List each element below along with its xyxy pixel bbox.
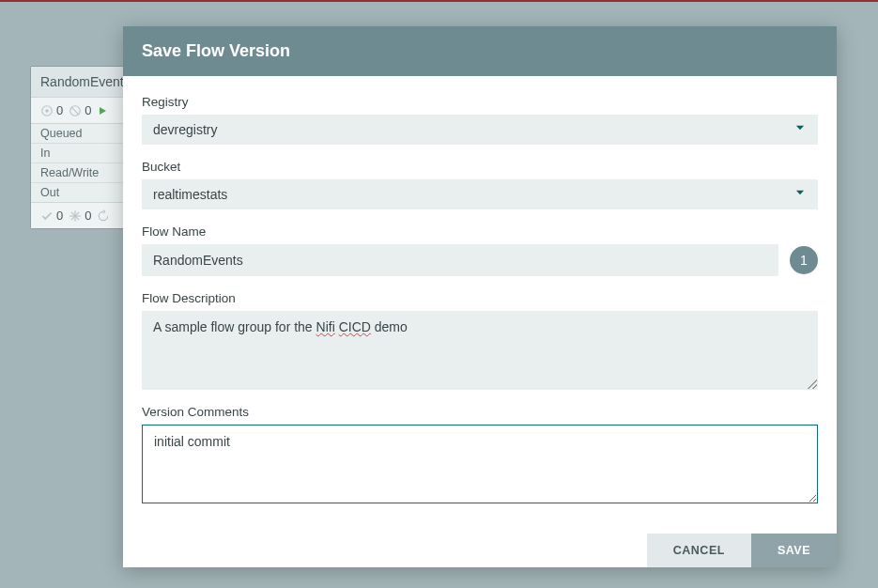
desc-spellerror-2: CICD xyxy=(339,319,371,334)
version-badge: 1 xyxy=(790,246,818,274)
flow-name-input[interactable] xyxy=(142,244,778,276)
desc-text-prefix: A sample flow group for the xyxy=(153,319,316,334)
registry-label: Registry xyxy=(142,95,818,109)
stat-label: Queued xyxy=(40,127,82,140)
flow-description-field: Flow Description A sample flow group for… xyxy=(142,291,818,390)
version-comments-input[interactable] xyxy=(142,425,818,503)
flow-description-label: Flow Description xyxy=(142,291,818,305)
bucket-value: realtimestats xyxy=(153,187,793,202)
bucket-field: Bucket realtimestats xyxy=(142,160,818,209)
bucket-select[interactable]: realtimestats xyxy=(142,179,818,209)
save-flow-version-dialog: Save Flow Version Registry devregistry B… xyxy=(123,26,837,567)
refresh-icon xyxy=(97,209,110,223)
star-count: 0 xyxy=(85,209,91,223)
desc-text-suffix: demo xyxy=(371,319,408,334)
chevron-down-icon xyxy=(793,121,807,138)
chevron-down-icon xyxy=(793,186,807,203)
stat-label: Out xyxy=(40,186,59,199)
flow-description-input[interactable]: A sample flow group for the Nifi CICD de… xyxy=(142,311,818,390)
bucket-label: Bucket xyxy=(142,160,818,174)
check-count: 0 xyxy=(56,209,63,223)
transmitting-icon: 0 xyxy=(40,103,63,117)
check-icon: 0 xyxy=(40,209,63,223)
registry-field: Registry devregistry xyxy=(142,95,818,145)
snowflake-icon: 0 xyxy=(69,209,91,223)
desc-spellerror-1: Nifi xyxy=(316,319,335,334)
flow-name-label: Flow Name xyxy=(142,224,818,239)
registry-value: devregistry xyxy=(153,122,793,137)
stat-label: In xyxy=(40,147,50,160)
dialog-body: Registry devregistry Bucket realtimestat… xyxy=(123,76,837,534)
dialog-title: Save Flow Version xyxy=(123,26,837,76)
not-transmitting-icon: 0 xyxy=(69,103,91,117)
resize-handle-icon[interactable] xyxy=(808,379,817,389)
cancel-button[interactable]: CANCEL xyxy=(647,534,751,567)
registry-select[interactable]: devregistry xyxy=(142,115,818,145)
svg-line-3 xyxy=(71,106,79,114)
play-icon xyxy=(97,105,108,116)
not-transmitting-count: 0 xyxy=(85,103,91,117)
svg-point-1 xyxy=(45,109,49,113)
version-comments-field: Version Comments xyxy=(142,405,818,507)
transmitting-count: 0 xyxy=(56,103,63,117)
dialog-footer: CANCEL SAVE xyxy=(123,534,837,567)
stat-label: Read/Write xyxy=(40,166,99,179)
flow-name-field: Flow Name 1 xyxy=(142,224,818,276)
version-comments-label: Version Comments xyxy=(142,405,818,419)
save-button[interactable]: SAVE xyxy=(751,534,837,567)
